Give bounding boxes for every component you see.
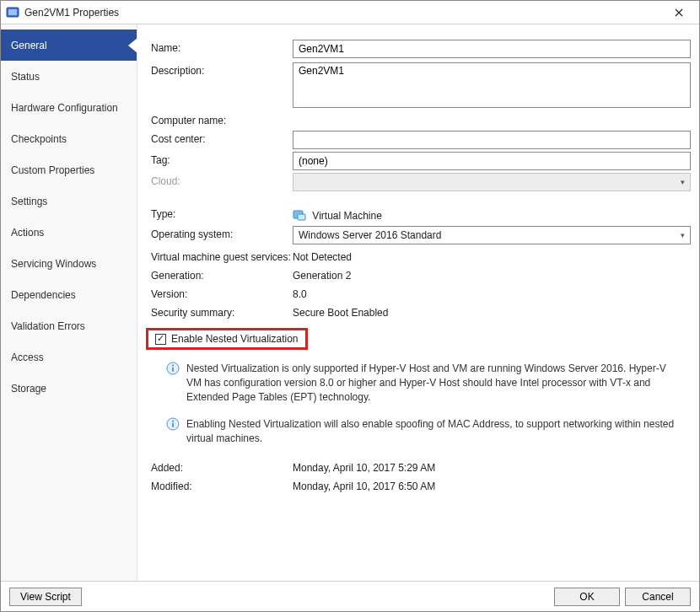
label-tag: Tag: [151,152,293,166]
sidebar-item-hardware-configuration[interactable]: Hardware Configuration [1,92,137,123]
svg-point-8 [172,421,174,422]
value-guest-services: Not Detected [293,249,691,263]
sidebar: General Status Hardware Configuration Ch… [1,24,137,581]
sidebar-item-label: Validation Errors [11,320,85,332]
chevron-down-icon: ▾ [681,231,685,239]
label-name: Name: [151,40,293,54]
tag-input[interactable] [293,152,691,170]
os-select-value: Windows Server 2016 Standard [299,229,441,241]
sidebar-item-label: Status [11,71,40,83]
sidebar-item-general[interactable]: General [1,30,137,61]
sidebar-item-label: Actions [11,227,44,239]
chevron-down-icon: ▾ [681,178,685,186]
ok-button[interactable]: OK [554,588,620,606]
label-type: Type: [151,206,293,220]
sidebar-item-access[interactable]: Access [1,341,137,373]
label-generation: Generation: [151,267,293,282]
description-input[interactable]: Gen2VM1 [293,62,691,108]
info-block-2: Enabling Nested Virtualization will also… [166,417,691,446]
svg-point-5 [172,364,174,366]
label-modified: Modified: [151,478,293,492]
cancel-button[interactable]: Cancel [625,588,691,606]
svg-rect-6 [172,368,174,373]
titlebar: Gen2VM1 Properties [1,1,699,24]
sidebar-item-label: Checkpoints [11,133,67,145]
sidebar-item-checkpoints[interactable]: Checkpoints [1,123,137,154]
sidebar-item-label: Settings [11,196,47,207]
info-text-2: Enabling Nested Virtualization will also… [186,417,682,446]
nested-virtualization-checkbox[interactable]: ✓ [155,334,166,345]
label-cost-center: Cost center: [151,131,293,145]
main-panel: Name: Description: Gen2VM1 Computer name… [137,24,699,581]
nested-virtualization-highlight: ✓ Enable Nested Virtualization [146,328,308,350]
sidebar-item-actions[interactable]: Actions [1,217,137,248]
svg-rect-9 [172,423,174,428]
sidebar-item-validation-errors[interactable]: Validation Errors [1,310,137,341]
window-title: Gen2VM1 Properties [24,7,662,19]
cost-center-input[interactable] [293,131,691,149]
sidebar-item-dependencies[interactable]: Dependencies [1,279,137,310]
info-icon [166,362,180,375]
svg-rect-3 [298,214,305,220]
label-os: Operating system: [151,226,293,240]
sidebar-item-storage[interactable]: Storage [1,373,137,404]
value-version: 8.0 [293,286,691,300]
sidebar-item-settings[interactable]: Settings [1,185,137,217]
virtual-machine-icon [293,208,306,222]
value-type: Virtual Machine [293,206,691,222]
value-modified: Monday, April 10, 2017 6:50 AM [293,478,691,492]
sidebar-item-label: Access [11,352,44,363]
cloud-select: ▾ [293,173,691,191]
label-guest-services: Virtual machine guest services: [151,249,293,263]
close-button[interactable] [662,2,696,24]
os-select[interactable]: Windows Server 2016 Standard ▾ [293,226,691,244]
label-added: Added: [151,459,293,474]
view-script-button[interactable]: View Script [9,588,82,606]
footer: View Script OK Cancel [1,581,699,611]
value-added: Monday, April 10, 2017 5:29 AM [293,459,691,474]
sidebar-item-label: General [11,40,47,51]
label-security: Security summary: [151,304,293,319]
value-type-text: Virtual Machine [312,210,382,222]
content-area: General Status Hardware Configuration Ch… [1,24,699,581]
info-icon [166,417,180,431]
sidebar-item-status[interactable]: Status [1,61,137,92]
sidebar-item-label: Dependencies [11,289,76,301]
value-generation: Generation 2 [293,267,691,282]
name-input[interactable] [293,40,691,58]
sidebar-item-label: Servicing Windows [11,258,96,270]
sidebar-item-custom-properties[interactable]: Custom Properties [1,154,137,185]
label-description: Description: [151,62,293,77]
svg-rect-1 [8,9,17,15]
nested-virtualization-label: Enable Nested Virtualization [171,333,299,345]
info-block-1: Nested Virtualization is only supported … [166,362,691,404]
sidebar-item-label: Storage [11,383,46,395]
sidebar-item-label: Hardware Configuration [11,102,118,114]
label-computer-name: Computer name: [151,112,293,126]
label-version: Version: [151,286,293,300]
sidebar-item-servicing-windows[interactable]: Servicing Windows [1,248,137,279]
label-cloud: Cloud: [151,173,293,187]
value-security: Secure Boot Enabled [293,304,691,319]
info-text-1: Nested Virtualization is only supported … [186,362,682,404]
value-computer-name [293,112,691,115]
sidebar-item-label: Custom Properties [11,164,94,176]
app-icon [6,6,19,19]
